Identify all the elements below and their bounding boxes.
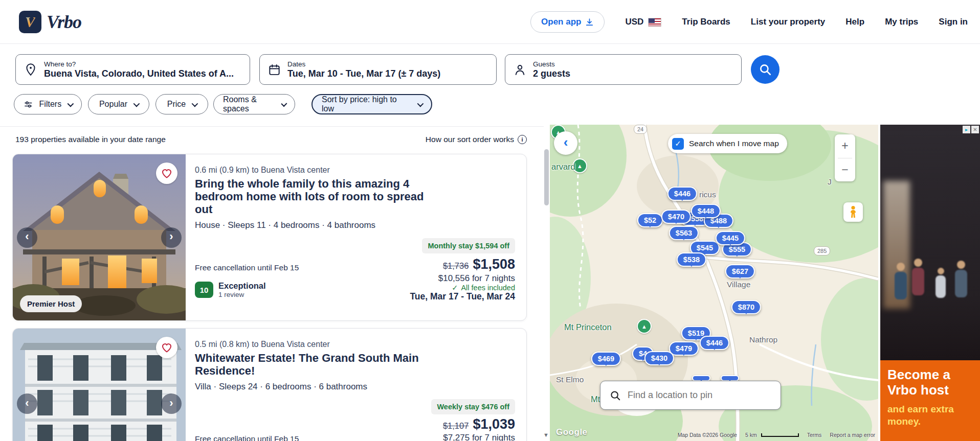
check-icon: ✓ <box>452 284 458 292</box>
map-place-label: St Elmo <box>556 375 584 384</box>
map-price-pin[interactable]: $538 <box>677 252 706 267</box>
chevron-left-icon: ‹ <box>25 230 29 243</box>
search-icon <box>610 390 621 401</box>
nav-trip-boards[interactable]: Trip Boards <box>682 17 730 27</box>
photo-next-button[interactable]: › <box>161 227 182 248</box>
us-flag-icon <box>648 18 661 27</box>
map-place-label: Nathrop <box>749 335 777 344</box>
map-attribution: Map Data ©2026 Google 5 km Terms Report … <box>678 432 875 438</box>
premier-host-badge: Premier Host <box>20 295 82 312</box>
nav-my-trips[interactable]: My trips <box>885 17 918 27</box>
map-report-link[interactable]: Report a map error <box>830 432 875 438</box>
ad-person-figure <box>912 259 924 295</box>
dates-field[interactable]: Dates Tue, Mar 10 - Tue, Mar 17 (± 7 day… <box>259 54 497 85</box>
listing-distance: 0.5 mi (0.8 km) to Buena Vista center <box>195 340 515 349</box>
map-price-pin[interactable]: $430 <box>644 351 674 365</box>
adchoices-icon[interactable]: ▸ <box>963 126 970 133</box>
filters-button[interactable]: Filters <box>14 94 82 114</box>
ad-person-figure <box>936 268 946 298</box>
where-to-field[interactable]: Where to? Buena Vista, Colorado, United … <box>15 54 250 85</box>
open-app-button[interactable]: Open app <box>530 11 605 33</box>
ad-subline: and earn extra money. <box>887 403 973 428</box>
map-price-pin[interactable]: $446 <box>667 187 697 201</box>
map-price-pin[interactable]: $479 <box>669 341 699 356</box>
map-scale-bar <box>761 433 799 437</box>
stay-dates: Tue, Mar 17 - Tue, Mar 24 <box>410 291 515 302</box>
dates-value: Tue, Mar 10 - Tue, Mar 17 (± 7 days) <box>287 68 440 79</box>
zoom-in-button[interactable]: + <box>835 134 855 158</box>
sliders-icon <box>24 100 33 109</box>
sort-order-info-link[interactable]: How our sort order works i <box>426 135 527 144</box>
vrbo-logo[interactable]: V Vrbo <box>19 11 81 33</box>
vrbo-logo-icon: V <box>19 11 41 33</box>
save-heart-button[interactable] <box>156 337 177 358</box>
map-price-pin[interactable]: $469 <box>591 352 621 366</box>
total-price: $10,556 for 7 nights <box>438 273 515 284</box>
scroll-down-arrow[interactable]: ▼ <box>543 432 549 438</box>
zoom-out-button[interactable]: − <box>835 158 855 182</box>
listing-card[interactable]: ‹ › 0.5 mi (0.8 km) to Buena Vista cente… <box>12 328 527 441</box>
save-heart-button[interactable] <box>156 163 177 184</box>
chevron-down-icon <box>133 100 140 107</box>
photo-prev-button[interactable]: ‹ <box>17 227 37 248</box>
map-place-label: Mt <box>591 394 600 404</box>
map-price-pin[interactable]: $627 <box>725 264 755 278</box>
photo-next-button[interactable]: › <box>161 393 182 414</box>
pin-search-input[interactable] <box>628 390 766 401</box>
where-to-label: Where to? <box>44 60 234 68</box>
where-to-value: Buena Vista, Colorado, United States of … <box>44 68 234 79</box>
chevron-down-icon <box>417 100 424 107</box>
sort-filter[interactable]: Sort by price: high to low <box>311 94 432 114</box>
map-price-pin[interactable]: $448 <box>691 204 721 218</box>
street-view-pegman[interactable] <box>843 202 863 222</box>
sort-order-info-label: How our sort order works <box>426 135 514 144</box>
map-pin-search-box[interactable] <box>600 381 781 410</box>
map-terms-link[interactable]: Terms <box>807 432 822 438</box>
listing-card[interactable]: ‹ › Premier Host 0.6 mi (0.9 km) to Buen… <box>12 154 527 321</box>
map-price-pin[interactable]: $470 <box>661 210 691 224</box>
peak-marker-icon[interactable]: ▲ <box>637 319 652 334</box>
price: $1,508 <box>473 257 515 272</box>
nav-help[interactable]: Help <box>845 17 864 27</box>
free-cancellation: Free cancellation until Feb 15 <box>195 263 299 272</box>
results-map[interactable]: ▲▲▲ 24285 arvardricusJVillageMt Princeto… <box>550 125 878 441</box>
map-price-pin[interactable]: $446 <box>700 336 729 350</box>
checkbox-checked-icon[interactable]: ✓ <box>672 138 684 150</box>
review-count: 1 review <box>218 291 266 298</box>
listing-title[interactable]: Bring the whole family to this amazing 4… <box>195 177 425 216</box>
listing-photo: ‹ › <box>13 329 186 441</box>
ad-person-figure <box>895 263 907 299</box>
ad-close-icon[interactable]: ✕ <box>971 126 979 133</box>
popular-filter[interactable]: Popular <box>88 94 149 114</box>
heart-icon <box>161 341 173 354</box>
collapse-map-button[interactable]: ‹ <box>554 131 577 155</box>
search-button[interactable] <box>751 55 779 84</box>
map-price-pin[interactable]: $870 <box>731 300 761 314</box>
listing-photo: ‹ › Premier Host <box>13 154 186 320</box>
map-place-label: ricus <box>699 190 716 199</box>
highway-shield: 285 <box>814 246 830 256</box>
top-header: V Vrbo Open app USD Trip Boards List you… <box>0 0 980 44</box>
map-price-pin[interactable]: $563 <box>669 226 699 240</box>
nav-sign-in[interactable]: Sign in <box>939 17 968 27</box>
chevron-left-icon: ‹ <box>25 397 29 410</box>
map-scale-label: 5 km <box>745 432 757 438</box>
price-filter[interactable]: Price <box>155 94 208 114</box>
nav-list-property[interactable]: List your property <box>751 17 825 27</box>
rating-block: 10 Exceptional 1 review <box>195 281 266 298</box>
list-scrollbar[interactable] <box>544 149 549 205</box>
rooms-spaces-filter[interactable]: Rooms & spaces <box>213 94 295 114</box>
guests-field[interactable]: Guests 2 guests <box>505 54 742 85</box>
old-price: $1,107 <box>443 421 469 430</box>
photo-prev-button[interactable]: ‹ <box>17 393 37 414</box>
map-zoom-control: + − <box>835 134 855 181</box>
currency-selector[interactable]: USD <box>625 17 661 27</box>
map-price-pin[interactable]: $445 <box>716 231 745 245</box>
search-move-map-toggle[interactable]: ✓ Search when I move map <box>668 134 787 153</box>
map-price-pin[interactable]: $52 <box>637 213 663 227</box>
guest-icon <box>514 63 526 76</box>
host-ad-banner[interactable]: Become a Vrbo host and earn extra money.… <box>880 125 980 441</box>
listing-title[interactable]: Whitewater Estate! The Grand South Main … <box>195 352 425 377</box>
free-cancellation: Free cancellation until Feb 15 <box>195 434 299 441</box>
vrbo-search-page: V Vrbo Open app USD Trip Boards List you… <box>0 0 980 441</box>
